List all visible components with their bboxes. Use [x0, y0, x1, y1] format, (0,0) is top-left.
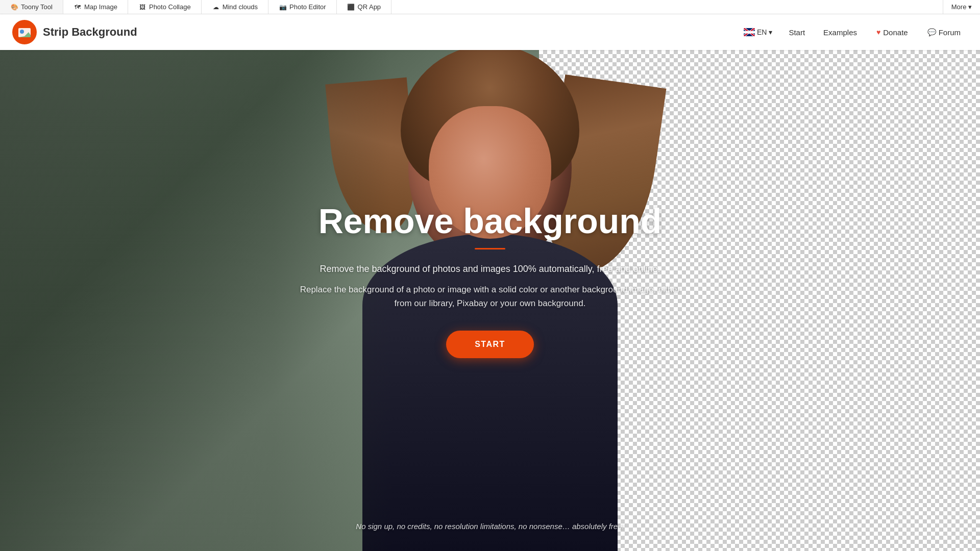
toony-tool-icon: 🎨: [10, 3, 18, 11]
nav-donate-label: Donate: [883, 28, 908, 37]
hero-subtitle: Remove the background of photos and imag…: [320, 262, 660, 277]
nav-photo-collage[interactable]: 🖼 Photo Collage: [128, 0, 202, 14]
nav-qr-app[interactable]: ⬛ QR App: [337, 0, 392, 14]
mind-clouds-icon: ☁: [212, 3, 220, 11]
nav-map-image[interactable]: 🗺 Map Image: [63, 0, 128, 14]
main-header: Strip Background EN ▾ Start Examples ♥ D…: [0, 14, 980, 50]
brand-name-label: Strip Background: [43, 26, 137, 39]
hero-description: Replace the background of a photo or ima…: [291, 283, 689, 310]
brand[interactable]: Strip Background: [12, 20, 137, 44]
start-button[interactable]: START: [446, 331, 534, 358]
hero-section: Remove background Remove the background …: [0, 50, 980, 551]
nav-examples-link[interactable]: Examples: [816, 24, 864, 41]
svg-point-1: [20, 30, 24, 34]
qr-app-icon: ⬛: [347, 3, 355, 11]
language-selector[interactable]: EN ▾: [739, 25, 777, 39]
header-nav: EN ▾ Start Examples ♥ Donate 💬 Forum: [739, 24, 968, 41]
nav-mind-clouds-label: Mind clouds: [223, 3, 258, 11]
nav-start-label: Start: [789, 28, 805, 37]
brand-logo: [12, 20, 37, 44]
nav-toony-tool-label: Toony Tool: [21, 3, 53, 11]
top-nav: 🎨 Toony Tool 🗺 Map Image 🖼 Photo Collage…: [0, 0, 980, 14]
nav-more-label: More ▾: [951, 3, 972, 11]
nav-map-image-label: Map Image: [84, 3, 117, 11]
photo-editor-icon: 📷: [279, 3, 287, 11]
forum-icon: 💬: [927, 28, 936, 36]
hero-title: Remove background: [318, 202, 662, 240]
nav-donate-link[interactable]: ♥ Donate: [868, 24, 916, 41]
photo-collage-icon: 🖼: [138, 3, 146, 11]
nav-start-link[interactable]: Start: [781, 24, 812, 41]
nav-photo-editor-label: Photo Editor: [289, 3, 326, 11]
nav-toony-tool[interactable]: 🎨 Toony Tool: [0, 0, 63, 14]
flag-icon: [744, 28, 755, 36]
nav-photo-collage-label: Photo Collage: [149, 3, 191, 11]
nav-photo-editor[interactable]: 📷 Photo Editor: [268, 0, 337, 14]
heart-icon: ♥: [876, 28, 880, 36]
nav-more[interactable]: More ▾: [943, 0, 980, 14]
nav-examples-label: Examples: [823, 28, 857, 37]
map-image-icon: 🗺: [74, 3, 82, 11]
hero-content: Remove background Remove the background …: [0, 50, 980, 551]
hero-tagline: No sign up, no credits, no resolution li…: [356, 522, 624, 531]
lang-code: EN: [757, 28, 767, 36]
nav-qr-app-label: QR App: [358, 3, 381, 11]
nav-mind-clouds[interactable]: ☁ Mind clouds: [202, 0, 268, 14]
nav-forum-label: Forum: [939, 28, 961, 37]
lang-chevron-icon: ▾: [769, 28, 772, 36]
brand-logo-icon: [17, 25, 32, 39]
nav-forum-link[interactable]: 💬 Forum: [920, 24, 968, 41]
hero-divider: [475, 248, 505, 249]
